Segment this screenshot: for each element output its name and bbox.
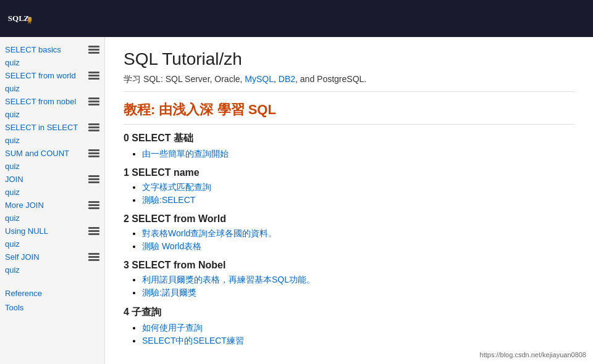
sidebar-items: SELECT basicsquizSELECT from worldquizSE… xyxy=(0,43,104,276)
sidebar-link-using-null[interactable]: Using NULL xyxy=(5,226,48,236)
page-title: SQL Tutorial/zh xyxy=(124,49,574,69)
sidebar-item: quiz xyxy=(0,212,104,225)
sidebar-bars-icon xyxy=(88,97,99,105)
sidebar-item: quiz xyxy=(0,263,104,276)
sidebar-item: quiz xyxy=(0,134,104,147)
section-title-s0: 0 SELECT 基础 xyxy=(124,132,574,145)
section-title-s3: 3 SELECT from Nobel xyxy=(124,260,574,271)
sections-container: 0 SELECT 基础由一些簡單的查詢開始1 SELECT name文字樣式匹配… xyxy=(124,132,574,347)
sidebar-tools[interactable]: Tools xyxy=(5,300,99,315)
sidebar-quiz-label: quiz xyxy=(5,110,20,119)
content-link[interactable]: 測驗:諾貝爾獎 xyxy=(142,287,196,297)
sidebar-item: quiz xyxy=(0,56,104,69)
sidebar-link-select-in-select[interactable]: SELECT in SELECT xyxy=(5,123,78,132)
sidebar-quiz-label: quiz xyxy=(5,188,20,197)
sidebar-bars-icon xyxy=(88,72,99,80)
sidebar-footer: Reference Tools xyxy=(0,286,104,315)
sidebar-quiz-label: quiz xyxy=(5,213,20,223)
sidebar-quiz-label: quiz xyxy=(5,239,20,249)
content-link[interactable]: SELECT中的SELECT練習 xyxy=(142,336,244,345)
section-list-s2: 對表格World查詢全球各國的資料。測驗 World表格 xyxy=(124,228,574,252)
sidebar-bars-icon xyxy=(88,201,99,209)
content-link[interactable]: 文字樣式匹配查詢 xyxy=(142,182,211,192)
sidebar-item: quiz xyxy=(0,160,104,173)
list-item: 測驗:諾貝爾獎 xyxy=(142,287,574,299)
sidebar-quiz-label: quiz xyxy=(5,136,20,145)
content-link[interactable]: 測驗 World表格 xyxy=(142,241,201,251)
sidebar-item[interactable]: SELECT from nobel xyxy=(0,95,104,108)
sidebar-item[interactable]: Using NULL xyxy=(0,225,104,238)
top-bar: SQL Z xyxy=(0,0,593,37)
sidebar-item[interactable]: JOIN xyxy=(0,173,104,186)
list-item: 對表格World查詢全球各國的資料。 xyxy=(142,228,574,239)
sidebar-bars-icon xyxy=(88,253,99,261)
sidebar-item[interactable]: SELECT in SELECT xyxy=(0,121,104,134)
watermark: https://blog.csdn.net/kejiayuan0808 xyxy=(478,350,588,359)
tutorial-heading: 教程: 由浅入深 學習 SQL xyxy=(124,101,574,125)
sidebar-quiz-label: quiz xyxy=(5,265,20,275)
sidebar-reference[interactable]: Reference xyxy=(5,286,99,300)
logo-icon: SQL Z xyxy=(7,6,32,31)
content: SQL Tutorial/zh 学习 SQL: SQL Server, Orac… xyxy=(105,37,593,364)
list-item: 利用諾貝爾獎的表格，再練習基本SQL功能。 xyxy=(142,275,574,286)
sidebar-link-select-from-world[interactable]: SELECT from world xyxy=(5,71,76,80)
sidebar-item: quiz xyxy=(0,108,104,121)
sidebar: SELECT basicsquizSELECT from worldquizSE… xyxy=(0,37,105,364)
list-item: 文字樣式匹配查詢 xyxy=(142,182,574,193)
sidebar-quiz-label: quiz xyxy=(5,162,20,171)
sidebar-item[interactable]: More JOIN xyxy=(0,199,104,212)
mysql-link[interactable]: MySQL xyxy=(245,74,274,84)
section-title-s2: 2 SELECT from World xyxy=(124,213,574,225)
content-link[interactable]: 利用諾貝爾獎的表格，再練習基本SQL功能。 xyxy=(142,275,315,284)
content-link[interactable]: 如何使用子查詢 xyxy=(142,323,203,333)
sidebar-link-join[interactable]: JOIN xyxy=(5,175,23,184)
section-list-s4: 如何使用子查詢SELECT中的SELECT練習 xyxy=(124,323,574,347)
sidebar-item[interactable]: SELECT from world xyxy=(0,69,104,82)
sidebar-link-self-join[interactable]: Self JOIN xyxy=(5,252,40,262)
sidebar-link-more-join[interactable]: More JOIN xyxy=(5,201,44,210)
svg-point-7 xyxy=(28,18,29,19)
sidebar-quiz-label: quiz xyxy=(5,84,20,93)
sidebar-quiz-label: quiz xyxy=(5,58,20,67)
content-link[interactable]: 測驗:SELECT xyxy=(142,195,195,205)
list-item: 由一些簡單的查詢開始 xyxy=(142,149,574,160)
sidebar-item[interactable]: SELECT basics xyxy=(0,43,104,56)
sidebar-bars-icon xyxy=(88,46,99,54)
sidebar-link-select-basics[interactable]: SELECT basics xyxy=(5,45,61,54)
list-item: 如何使用子查詢 xyxy=(142,323,574,334)
svg-text:SQL: SQL xyxy=(8,14,24,23)
list-item: SELECT中的SELECT練習 xyxy=(142,336,574,347)
content-link[interactable]: 由一些簡單的查詢開始 xyxy=(142,149,229,159)
sidebar-bars-icon xyxy=(88,123,99,131)
section-list-s3: 利用諾貝爾獎的表格，再練習基本SQL功能。測驗:諾貝爾獎 xyxy=(124,275,574,299)
sidebar-bars-icon xyxy=(88,227,99,235)
svg-point-8 xyxy=(30,18,30,19)
list-item: 測驗 World表格 xyxy=(142,241,574,252)
logo-area: SQL Z xyxy=(6,6,32,31)
content-link[interactable]: 對表格World查詢全球各國的資料。 xyxy=(142,228,277,238)
sidebar-item: quiz xyxy=(0,238,104,250)
sidebar-item[interactable]: Self JOIN xyxy=(0,250,104,263)
db2-link[interactable]: DB2 xyxy=(279,74,295,84)
sidebar-link-sum-and-count[interactable]: SUM and COUNT xyxy=(5,149,69,158)
section-list-s1: 文字樣式匹配查詢測驗:SELECT xyxy=(124,182,574,206)
list-item: 測驗:SELECT xyxy=(142,195,574,206)
sidebar-item: quiz xyxy=(0,82,104,95)
section-title-s4: 4 子查詢 xyxy=(124,306,574,319)
sidebar-item: quiz xyxy=(0,186,104,199)
sidebar-bars-icon xyxy=(88,175,99,183)
sidebar-item[interactable]: SUM and COUNT xyxy=(0,147,104,160)
subtitle-line: 学习 SQL: SQL Server, Oracle, MySQL, DB2, … xyxy=(124,74,574,92)
sidebar-link-select-from-nobel[interactable]: SELECT from nobel xyxy=(5,97,76,106)
sidebar-bars-icon xyxy=(88,149,99,157)
section-list-s0: 由一些簡單的查詢開始 xyxy=(124,149,574,160)
section-title-s1: 1 SELECT name xyxy=(124,167,574,178)
main-container: SELECT basicsquizSELECT from worldquizSE… xyxy=(0,37,593,364)
